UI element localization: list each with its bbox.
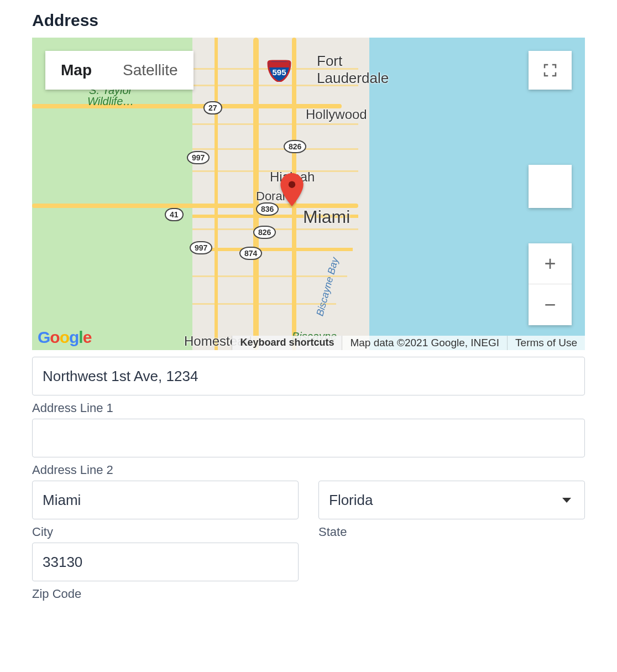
highway-shield: 27 bbox=[203, 101, 222, 114]
highway-shield: 41 bbox=[165, 208, 184, 221]
map-city-label: Hollywood bbox=[306, 107, 367, 122]
map-type-satellite-button[interactable]: Satellite bbox=[107, 51, 194, 90]
svg-rect-0 bbox=[269, 62, 289, 67]
state-select[interactable]: Florida bbox=[318, 481, 585, 519]
svg-text:595: 595 bbox=[272, 67, 286, 77]
map-road bbox=[192, 123, 358, 125]
zip-input[interactable] bbox=[32, 543, 299, 581]
highway-shield: 997 bbox=[187, 151, 210, 164]
map-type-toggle: Map Satellite bbox=[45, 51, 194, 90]
map-attribution-bar: Keyboard shortcuts Map data ©2021 Google… bbox=[232, 336, 585, 350]
google-logo: Google bbox=[38, 328, 91, 347]
map-data-attribution: Map data ©2021 Google, INEGI bbox=[342, 336, 507, 350]
map-city-label: Miami bbox=[303, 207, 350, 227]
zip-label: Zip Code bbox=[32, 587, 299, 601]
address-form: Address Line 1 Address Line 2 City Flori… bbox=[32, 357, 585, 601]
map-city-label: FortLauderdale bbox=[317, 53, 389, 87]
highway-shield: 826 bbox=[253, 226, 276, 239]
map-road bbox=[192, 148, 358, 150]
highway-shield: 836 bbox=[256, 202, 279, 216]
city-label: City bbox=[32, 525, 299, 539]
streetview-pegman-button[interactable] bbox=[529, 165, 572, 208]
map-canvas[interactable]: S. TaylorWildlife… FortLauderdale Hollyw… bbox=[32, 38, 585, 350]
map-type-map-button[interactable]: Map bbox=[45, 51, 107, 90]
fullscreen-button[interactable] bbox=[529, 51, 572, 90]
address-line-2-label: Address Line 2 bbox=[32, 463, 585, 477]
interstate-shield-icon: 595 bbox=[267, 60, 291, 82]
state-select-value: Florida bbox=[329, 492, 373, 509]
section-title: Address bbox=[32, 11, 585, 30]
zoom-in-button[interactable] bbox=[529, 243, 572, 284]
highway-shield: 997 bbox=[190, 241, 212, 254]
highway-shield: 826 bbox=[284, 140, 306, 153]
map-road bbox=[192, 303, 336, 305]
svg-point-2 bbox=[289, 181, 295, 187]
zoom-out-button[interactable] bbox=[529, 284, 572, 325]
state-label: State bbox=[318, 525, 585, 539]
keyboard-shortcuts-link[interactable]: Keyboard shortcuts bbox=[232, 336, 342, 350]
address-line-1-label: Address Line 1 bbox=[32, 401, 585, 415]
fullscreen-icon bbox=[542, 62, 558, 79]
chevron-down-icon bbox=[562, 498, 571, 503]
address-line-1-input[interactable] bbox=[32, 357, 585, 395]
city-input[interactable] bbox=[32, 481, 299, 519]
zoom-control bbox=[529, 243, 572, 325]
terms-of-use-link[interactable]: Terms of Use bbox=[507, 336, 585, 350]
highway-shield: 874 bbox=[239, 247, 262, 260]
map-marker-icon bbox=[280, 173, 304, 209]
address-line-2-input[interactable] bbox=[32, 419, 585, 457]
